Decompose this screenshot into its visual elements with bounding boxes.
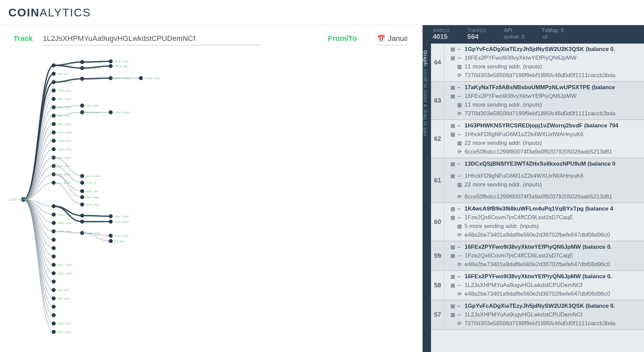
stat-track-value: 564 [467,33,487,41]
svg-point-89 [109,110,113,114]
svg-text:14d4..gpkL: 14d4..gpkL [57,297,70,300]
qr-icon[interactable]: ▦ [450,46,455,52]
qr-icon[interactable]: ▦ [450,244,455,250]
svg-text:1PnS..pBG: 1PnS..pBG [86,203,99,206]
svg-text:1Fla6..XTfE: 1Fla6..XTfE [57,322,71,325]
tx-more-inputs: ▦11 more sending addr. (inputs) [444,101,644,109]
qr-icon[interactable]: ▦ [450,123,455,129]
qr-icon[interactable]: ▦ [457,64,462,70]
arrow-left-icon: ← [457,161,462,167]
arrow-right-icon: → [457,215,462,221]
transaction-row[interactable]: 57▦←1GpYvFcADgXiaTEzyJh5jdNySW2U2K3QSK (… [431,300,644,330]
svg-point-33 [52,213,56,217]
tx-hash: ⟳7270d303e58506d7199f9ebf1895fc46d0d0f11… [444,109,644,118]
transaction-list[interactable]: 64▦←1GpYvFcADgXiaTEzyJh5jdNySW2U2K3QSK (… [431,44,644,352]
tx-body: ▦←1K4wcA9fB9e3f68kuWFLm4uPq1VqBYxTpg (ba… [444,203,644,241]
refresh-icon[interactable]: ⟳ [458,149,462,155]
tx-more-inputs: ▦5 more sending addr. (inputs) [444,222,644,231]
qr-icon[interactable]: ▦ [450,93,455,99]
app-logo: COINALYTICS [8,6,91,19]
tx-number: 59 [431,241,444,270]
transaction-row[interactable]: 59▦←16FEx2PYFwo9i38vyXktwYEfPiyQN6JpMW (… [431,241,644,271]
refresh-icon[interactable]: ⟳ [458,194,462,200]
refresh-icon[interactable]: ⟳ [458,261,462,268]
svg-text:14f6..f1Zp: 14f6..f1Zp [57,72,69,75]
svg-text:1NmQ..nHJu: 1NmQ..nHJu [144,77,160,80]
stat-addr-label: Addr(s): [433,27,450,33]
graph-canvas[interactable]: 1L2Js..mNCf1Ks4..CAwD14f6..f1Zp18Fk..iNG… [7,52,423,347]
qr-icon[interactable]: ▦ [450,55,455,61]
qr-icon[interactable]: ▦ [457,223,462,229]
transaction-row[interactable]: 63▦←17aKyNaTFz8ABsNBsboUMMPzNLwUPSXTPE (… [431,82,644,120]
refresh-icon[interactable]: ⟳ [458,232,462,238]
svg-text:1N8J..Yqow: 1N8J..Yqow [114,234,128,237]
logo-bold: COIN [8,6,40,19]
stat-track-label: Track(s): [467,27,487,33]
qr-icon[interactable]: ▦ [450,131,455,137]
svg-point-4 [52,72,56,76]
track-label: Track [13,34,33,43]
tx-body: ▦←1Hi3PHWKNSYRCSREDjopj1vZWornj2bvdF (ba… [444,120,644,158]
svg-point-75 [80,202,84,207]
transaction-row[interactable]: 58▦←16FEx2PYFwo9i38vyXktwYEfPiyQN6JpMW (… [431,271,644,300]
tx-more-inputs: ▦22 more sending addr. (inputs) [444,180,644,189]
qr-icon[interactable]: ▦ [457,102,462,108]
svg-text:1Kdr..dNnbe: 1Kdr..dNnbe [86,175,101,178]
qr-icon[interactable]: ▦ [450,161,455,167]
graph-svg[interactable]: 1L2Js..mNCf1Ks4..CAwD14f6..f1Zp18Fk..iNG… [7,52,423,347]
arrow-right-icon: → [457,253,462,259]
tx-hash: ⟳6cce50fbdcc1299f80074f3a9a0f92079205026… [444,148,644,156]
stat-txmap-value: -ul [541,34,564,40]
refresh-icon[interactable]: ⟳ [458,320,462,327]
stat-api-value: queue: 0 [504,34,525,40]
svg-point-67 [80,174,84,178]
tx-number: 57 [431,300,444,329]
svg-text:1LA6..tnt: 1LA6..tnt [86,181,97,184]
tx-hash: ⟳e48a2be73401a9daf8e560e2d38702fbefe647d… [444,260,644,269]
stat-txmap: TxMap: 6 -ul [541,27,564,44]
qr-icon[interactable]: ▦ [450,253,455,259]
qr-icon[interactable]: ▦ [450,274,455,280]
svg-point-71 [80,189,84,193]
transaction-row[interactable]: 62▦←1Hi3PHWKNSYRCSREDjopj1vZWornj2bvdF (… [431,120,644,158]
tx-hash: ⟳7270d303e58506d7199f9ebf1895fc46d0d0f11… [444,71,644,80]
tx-number: 60 [431,203,444,241]
arrow-right-icon: → [457,131,462,137]
svg-text:1B4L..wqsh: 1B4L..wqsh [57,123,71,126]
refresh-icon[interactable]: ⟳ [458,72,462,78]
transaction-row[interactable]: 61▦←13DCxQSjBNSfYE3WT4ZHxSs6kxozNPU9uM (… [431,158,644,203]
tx-sending-addr: ▦→1HhckFD9gNFuG6M1xZ2k4WXUxfWAHnyuK6 [444,130,644,139]
panel-hint-bold: Graph [423,50,428,66]
panel-collapse-button[interactable]: › [421,27,423,34]
side-panel: › Graph: scroll to zoom & drag to pan Ad… [423,25,644,352]
tx-receiving-addr: ▦←13DCxQSjBNSfYE3WT4ZHxSs6kxozNPU9uM (ba… [444,160,644,168]
qr-icon[interactable]: ▦ [450,303,455,309]
qr-icon[interactable]: ▦ [450,282,455,288]
refresh-icon[interactable]: ⟳ [458,291,462,297]
stat-addr-value: 4015 [433,33,450,41]
tx-sending-addr: ▦→16FEx2PYFwo9i38vyXktwYEfPiyQN6JpMW [444,54,644,62]
arrow-left-icon: ← [457,303,462,309]
qr-icon[interactable]: ▦ [450,215,455,221]
svg-text:1Mcs..CAwD: 1Mcs..CAwD [57,263,72,267]
qr-icon[interactable]: ▦ [450,173,455,179]
calendar-icon: 📅 [377,35,385,43]
tx-more-inputs: ▦11 more sending addr. (inputs) [444,62,644,71]
arrow-left-icon: ← [457,244,462,250]
transaction-row[interactable]: 60▦←1K4wcA9fB9e3f68kuWFLm4uPq1VqBYxTpg (… [431,203,644,241]
refresh-icon[interactable]: ⟳ [458,111,462,117]
qr-icon[interactable]: ▦ [457,182,462,188]
qr-icon[interactable]: ▦ [450,312,455,318]
svg-text:1BzH..VBjb: 1BzH..VBjb [86,196,99,199]
panel-hint-rest: : scroll to zoom & drag to pan [423,66,428,136]
qr-icon[interactable]: ▦ [450,206,455,212]
transaction-row[interactable]: 64▦←1GpYvFcADgXiaTEzyJh5jdNySW2U2K3QSK (… [431,44,644,82]
svg-text:1Mcs..CAwD: 1Mcs..CAwD [114,215,129,218]
qr-icon[interactable]: ▦ [450,84,455,91]
svg-text:1NpB..dB2n: 1NpB..dB2n [114,60,128,63]
qr-icon[interactable]: ▦ [457,140,462,146]
svg-point-83 [109,59,113,63]
track-input[interactable] [43,32,261,45]
date-picker[interactable]: 📅 January [377,32,407,45]
tx-hash: ⟳6cce50fbdcc1299f80074f3a9a0f92079205026… [444,192,644,201]
